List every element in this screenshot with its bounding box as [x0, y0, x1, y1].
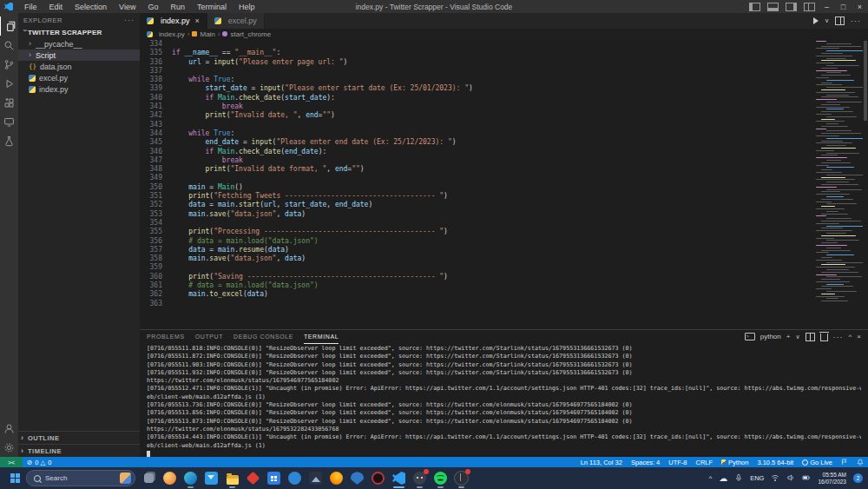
search-icon[interactable] — [0, 36, 18, 55]
microphone-icon[interactable] — [734, 473, 743, 484]
extensions-icon[interactable] — [0, 93, 18, 112]
explorer-actions-icon[interactable]: ··· — [124, 16, 135, 24]
code-editor[interactable]: 334335if __name__ == "__main__":336 url … — [140, 39, 868, 329]
feedback-icon[interactable] — [837, 459, 852, 466]
source-control-icon[interactable] — [0, 55, 18, 74]
tree-item-excel-py[interactable]: excel.py — [18, 72, 140, 83]
python-interpreter[interactable]: 3.10.5 64-bit — [753, 459, 798, 466]
problems-indicator[interactable]: 0 0 — [23, 459, 56, 466]
onedrive-cloud-icon[interactable]: ☁ — [719, 473, 727, 483]
run-options-chevron-icon[interactable]: ∨ — [825, 17, 829, 24]
remote-indicator[interactable]: >< — [0, 457, 23, 467]
project-root-folder[interactable]: › TWITTER SCRAPPER — [18, 27, 140, 38]
menu-file[interactable]: File — [18, 3, 43, 11]
wifi-icon[interactable] — [771, 473, 779, 484]
close-tab-icon[interactable]: × — [195, 17, 200, 25]
run-debug-icon[interactable] — [0, 74, 18, 93]
maximize-button[interactable]: □ — [835, 0, 852, 13]
notifications-bell-icon[interactable] — [852, 459, 868, 466]
panel-more-icon[interactable]: ··· — [833, 333, 844, 341]
volume-icon[interactable] — [786, 473, 795, 484]
menu-edit[interactable]: Edit — [43, 3, 69, 11]
menu-view[interactable]: View — [113, 3, 141, 11]
line-number: 357 — [140, 246, 172, 254]
terminal-line: eb/client-web/main.d12affda.js (1) — [147, 442, 861, 450]
taskbar-search[interactable]: Search — [26, 470, 135, 486]
terminal-output[interactable]: [0716/055511.818:INFO:CONSOLE(0)] "Resiz… — [140, 343, 868, 457]
tree-item-__pycache__[interactable]: ›__pycache__ — [18, 38, 140, 50]
split-editor-icon[interactable] — [835, 17, 845, 25]
taskbar-app-game-app[interactable] — [454, 471, 469, 486]
notification-count-badge[interactable]: 2 — [853, 473, 863, 483]
new-terminal-icon[interactable]: + — [786, 333, 791, 340]
accounts-icon[interactable] — [0, 419, 18, 438]
panel-tab-terminal[interactable]: TERMINAL — [304, 330, 339, 344]
tab-index-py[interactable]: index.py × — [140, 13, 207, 29]
menu-help[interactable]: Help — [233, 3, 261, 11]
toggle-secondary-sidebar-icon[interactable] — [786, 3, 797, 11]
go-live-button[interactable]: Go Live — [798, 459, 837, 466]
eol-sequence[interactable]: CRLF — [691, 459, 717, 466]
minimap-line — [826, 218, 852, 219]
testing-icon[interactable] — [0, 131, 18, 150]
close-window-button[interactable]: × — [852, 0, 868, 13]
close-panel-icon[interactable]: × — [857, 333, 861, 340]
minimap[interactable] — [814, 39, 863, 329]
taskbar-app-get-help[interactable] — [287, 471, 302, 486]
taskbar-app-mail[interactable] — [204, 471, 219, 486]
split-terminal-icon[interactable] — [806, 333, 815, 341]
kill-terminal-icon[interactable] — [820, 334, 828, 341]
taskbar-app-app-diamond[interactable] — [246, 471, 260, 486]
taskbar-app-widgets[interactable] — [162, 471, 177, 486]
taskbar-app-spotify[interactable] — [433, 471, 448, 486]
taskbar-app-vscode[interactable] — [391, 471, 406, 486]
menu-terminal[interactable]: Terminal — [191, 3, 233, 11]
toggle-sidebar-icon[interactable] — [749, 3, 760, 11]
tree-item-data-json[interactable]: {}data.json — [18, 61, 140, 72]
customize-layout-icon[interactable] — [804, 3, 815, 11]
settings-gear-icon[interactable] — [0, 438, 18, 457]
outline-section[interactable]: › OUTLINE — [18, 431, 140, 444]
taskbar-app-security-app[interactable] — [350, 471, 365, 486]
explorer-icon[interactable] — [0, 17, 19, 36]
code-line: 355 print("Processing ------------------… — [140, 228, 814, 236]
tree-item-Script[interactable]: ›Script — [18, 50, 140, 61]
panel-tab-output[interactable]: OUTPUT — [195, 330, 223, 343]
taskbar-app-app-dark-ring[interactable] — [371, 471, 385, 486]
taskbar-app-microsoft-store[interactable] — [266, 471, 281, 486]
show-hidden-icons[interactable]: ^ — [709, 474, 713, 482]
remote-explorer-icon[interactable] — [0, 112, 18, 131]
clock[interactable]: 05:55 AM 16/07/2023 — [818, 472, 846, 486]
timeline-section[interactable]: › TIMELINE — [18, 444, 140, 457]
cursor-position[interactable]: Ln 113, Col 32 — [576, 459, 627, 466]
battery-icon[interactable] — [802, 473, 811, 484]
menu-go[interactable]: Go — [141, 3, 164, 11]
breadcrumb[interactable]: index.py › Main › start_chrome — [140, 29, 868, 39]
menu-selection[interactable]: Selection — [69, 3, 113, 11]
language-indicator[interactable]: ENG — [750, 474, 764, 482]
minimize-button[interactable]: – — [819, 0, 835, 13]
shell-label[interactable]: python — [760, 333, 781, 340]
panel-tab-debug-console[interactable]: DEBUG CONSOLE — [233, 330, 293, 343]
more-actions-icon[interactable]: ··· — [851, 17, 861, 25]
taskbar-app-task-view[interactable] — [141, 471, 156, 486]
menu-run[interactable]: Run — [164, 3, 191, 11]
maximize-panel-icon[interactable]: ^ — [849, 333, 852, 340]
encoding[interactable]: UTF-8 — [664, 459, 691, 466]
editor-scrollbar[interactable] — [863, 39, 868, 329]
tree-item-index-py[interactable]: index.py — [18, 83, 140, 95]
run-python-file-icon[interactable] — [813, 17, 819, 24]
taskbar-app-discord[interactable] — [412, 471, 427, 486]
start-button[interactable] — [10, 473, 20, 483]
indentation[interactable]: Spaces: 4 — [627, 459, 664, 466]
taskbar-app-file-explorer[interactable] — [225, 471, 240, 486]
scrollbar-thumb[interactable] — [864, 41, 867, 121]
taskbar-app-media-app[interactable] — [308, 471, 323, 486]
terminal-options-chevron-icon[interactable]: ∨ — [795, 334, 799, 340]
tab-excel-py[interactable]: excel.py — [207, 13, 265, 29]
taskbar-app-firefox[interactable] — [329, 471, 344, 486]
taskbar-app-edge[interactable] — [183, 471, 198, 486]
toggle-panel-icon[interactable] — [767, 3, 779, 11]
language-mode[interactable]: Python — [717, 459, 753, 466]
panel-tab-problems[interactable]: PROBLEMS — [147, 330, 185, 343]
